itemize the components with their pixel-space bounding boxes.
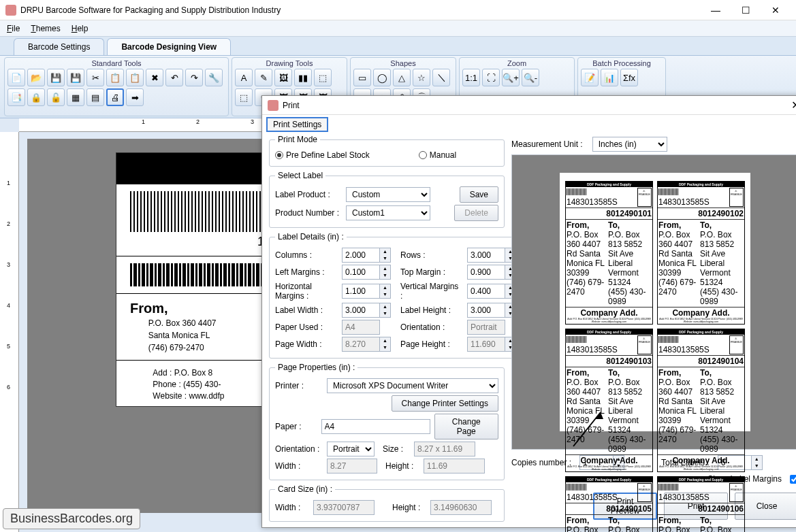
maximize-button[interactable]: ☐ (731, 1, 761, 20)
copy-icon[interactable]: 📋 (106, 69, 124, 86)
zoom-fit-icon[interactable]: ⛶ (482, 69, 500, 86)
line-icon[interactable]: ＼ (432, 69, 450, 86)
top-margin-input[interactable] (467, 265, 505, 280)
ribbon-group-label: Standard Tools (7, 59, 225, 67)
paper-used-field (342, 320, 380, 335)
spinner[interactable]: ▲▼ (380, 303, 391, 318)
size-field (414, 442, 475, 456)
grid-icon[interactable]: ▦ (67, 88, 84, 106)
mini-label: DDF Packaging and Supply 1483013585S⚠FRA… (657, 329, 745, 472)
left-margins-input[interactable] (342, 265, 380, 280)
save-icon[interactable]: 💾 (47, 69, 65, 86)
mini-label: DDF Packaging and Supply 1483013585S⚠FRA… (565, 476, 653, 532)
rect-icon[interactable]: ▭ (353, 69, 371, 86)
dialog-close-button[interactable]: ✕ (791, 99, 796, 112)
orientation-select[interactable]: Portrait (327, 442, 375, 456)
pencil-icon[interactable]: ✎ (255, 69, 272, 86)
watermark-icon[interactable]: ⬚ (314, 69, 332, 86)
zoom-in-icon[interactable]: 🔍+ (502, 69, 520, 86)
ribbon-group-label: Zoom (462, 59, 571, 67)
mini-label: DDF Packaging and Supply 1483013585S⚠FRA… (657, 476, 745, 532)
open-icon[interactable]: 📂 (27, 69, 45, 86)
ribbon-group-label: Batch Processing (581, 59, 663, 67)
rows-input[interactable] (467, 248, 505, 263)
unlock-icon[interactable]: 🔓 (47, 88, 65, 106)
v-margins-input[interactable] (467, 284, 505, 299)
pp-height-field (424, 459, 485, 473)
text-icon[interactable]: A (235, 69, 253, 86)
mini-label: DDF Packaging and Supply 1483013585S⚠FRA… (565, 329, 653, 472)
undo-icon[interactable]: ↶ (165, 69, 183, 86)
menu-file[interactable]: File (7, 24, 20, 33)
page-height-field (467, 337, 505, 352)
ruler-vertical: 12 34 56 (0, 132, 19, 532)
dialog-tab-print-settings[interactable]: Print Settings (266, 117, 328, 132)
menu-help[interactable]: Help (71, 24, 89, 33)
label-details-group: Label Details (in) : Columns : ▲▼ Rows :… (269, 232, 522, 359)
minimize-button[interactable]: — (701, 1, 731, 20)
save-as-icon[interactable]: 💾 (67, 69, 84, 86)
app-icon (5, 5, 16, 16)
paste-icon[interactable]: 📋 (126, 69, 144, 86)
tab-barcode-settings[interactable]: Barcode Settings (14, 38, 104, 55)
spinner[interactable]: ▲▼ (752, 455, 763, 470)
tool-icon[interactable]: 🔧 (205, 69, 223, 86)
batch-edit-icon[interactable]: 📝 (581, 69, 599, 86)
printer-select[interactable]: Microsoft XPS Document Writer (327, 378, 498, 393)
zoom-out-icon[interactable]: 🔍- (522, 69, 539, 86)
redo-icon[interactable]: ↷ (185, 69, 203, 86)
image-icon[interactable]: 🖼 (274, 69, 292, 86)
cut-icon[interactable]: ✂ (86, 69, 104, 86)
star-icon[interactable]: ☆ (413, 69, 430, 86)
columns-input[interactable] (342, 248, 380, 263)
menubar: File Themes Help (0, 20, 796, 37)
align-icon[interactable]: ▤ (86, 88, 104, 106)
product-number-select[interactable]: Custom1 (346, 205, 430, 220)
menu-themes[interactable]: Themes (31, 24, 60, 33)
close-button[interactable]: ✕ (761, 1, 791, 20)
delete-icon[interactable]: ✖ (146, 69, 163, 86)
ribbon-group-label: Shapes (353, 59, 453, 67)
spinner[interactable]: ▲▼ (380, 248, 391, 263)
save-button[interactable]: Save (460, 186, 498, 203)
ribbon-group-standard: Standard Tools 📄 📂 💾 💾 ✂ 📋 📋 ✖ ↶ ↷ 🔧 📑 🔒… (4, 57, 229, 116)
batch-excel-icon[interactable]: 📊 (601, 69, 618, 86)
spinner[interactable]: ▲▼ (380, 284, 391, 299)
label-width-input[interactable] (342, 303, 380, 318)
barcode-icon[interactable]: ▮▮ (294, 69, 312, 86)
dialog-title: Print (283, 101, 300, 110)
card-height-field (430, 500, 492, 515)
print-mode-group: Print Mode Pre Define Label Stock Manual (269, 135, 505, 167)
measurement-unit-select[interactable]: Inches (in) (592, 137, 667, 152)
delete-button[interactable]: Delete (454, 205, 498, 221)
tool-icon[interactable]: 📑 (7, 88, 25, 106)
select-icon[interactable]: ⬚ (235, 88, 253, 106)
export-icon[interactable]: ➡ (126, 88, 144, 106)
label-height-input[interactable] (467, 303, 505, 318)
new-icon[interactable]: 📄 (7, 69, 25, 86)
paper-field[interactable] (321, 419, 430, 434)
label-product-select[interactable]: Custom (346, 187, 430, 202)
from-title: From, (130, 301, 168, 316)
ellipse-icon[interactable]: ◯ (373, 69, 391, 86)
lock-icon[interactable]: 🔒 (27, 88, 45, 106)
orientation-field (467, 320, 505, 335)
select-label-group: Select Label Label Product : Custom Save… (269, 171, 505, 228)
batch-fx-icon[interactable]: Σfx (620, 69, 638, 86)
triangle-icon[interactable]: △ (393, 69, 411, 86)
document-tabs: Barcode Settings Barcode Designing View (0, 37, 796, 56)
h-margins-input[interactable] (342, 284, 380, 299)
zoom-11-icon[interactable]: 1:1 (462, 69, 480, 86)
print-icon[interactable]: 🖨 (106, 88, 124, 106)
spinner[interactable]: ▲▼ (380, 265, 391, 280)
dialog-titlebar: Print ✕ (262, 96, 796, 115)
radio-manual[interactable]: Manual (419, 150, 456, 160)
page-preview: DDF Packaging and Supply 1483013585S⚠FRA… (560, 173, 750, 431)
print-dialog: Print ✕ Print Settings Print Mode Pre De… (261, 95, 796, 528)
change-page-button[interactable]: Change Page (434, 414, 499, 439)
tab-designing-view[interactable]: Barcode Designing View (107, 38, 231, 55)
ribbon-group-label: Drawing Tools (235, 59, 344, 67)
change-printer-button[interactable]: Change Printer Settings (392, 395, 498, 412)
radio-predefine[interactable]: Pre Define Label Stock (275, 150, 370, 160)
show-margins-checkbox[interactable] (790, 475, 796, 484)
